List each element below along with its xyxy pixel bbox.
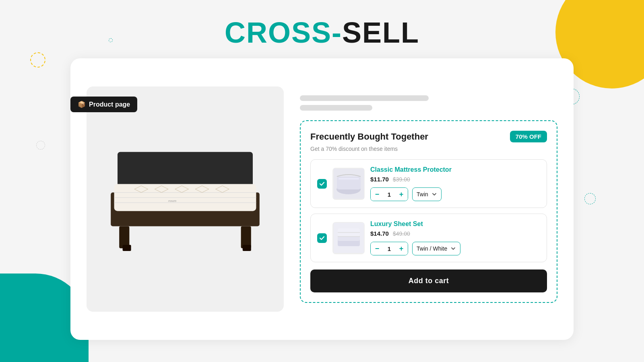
item-1-image	[332, 168, 365, 200]
item-2-qty-control: − 1 +	[370, 242, 408, 255]
item-1-name: Classic Mattress Protector	[370, 166, 540, 173]
item-1-variant-select[interactable]: Twin	[412, 187, 442, 201]
svg-rect-14	[339, 178, 359, 179]
svg-rect-9	[243, 245, 251, 251]
product-item-1: Classic Mattress Protector $11.70 $39.00…	[310, 159, 547, 208]
item-2-qty-value: 1	[384, 245, 395, 252]
dot-circle-top-left	[30, 52, 45, 68]
add-to-cart-button[interactable]: Add to cart	[310, 269, 547, 292]
main-card: rosen Frecuently Bought Together 70% OFF…	[70, 58, 574, 340]
item-2-checkbox[interactable]	[317, 233, 327, 243]
widget-subtitle: Get a 70% discount on these items	[310, 146, 547, 152]
skeleton-bar-1	[300, 95, 429, 101]
bed-illustration: rosen	[101, 145, 270, 253]
item-2-pricing: $14.70 $49.00	[370, 230, 540, 237]
sheet-set-svg	[334, 223, 364, 253]
item-1-price-new: $11.70	[370, 176, 389, 183]
checkmark-icon-2	[319, 235, 325, 241]
item-2-image	[332, 222, 365, 254]
skeleton-bar-2	[300, 105, 372, 111]
mattress-protector-svg	[334, 169, 364, 199]
item-1-qty-control: − 1 +	[370, 187, 408, 201]
item-1-details: Classic Mattress Protector $11.70 $39.00…	[370, 166, 540, 201]
skeleton-bars	[300, 95, 557, 111]
item-1-price-old: $39.00	[393, 176, 410, 183]
item-1-checkbox[interactable]	[317, 179, 327, 189]
item-2-variant-label: Twin / White	[417, 245, 447, 252]
item-2-variant-select[interactable]: Twin / White	[412, 242, 460, 255]
widget-header: Frecuently Bought Together 70% OFF	[310, 131, 547, 142]
item-2-qty-decrease[interactable]: −	[371, 242, 384, 255]
item-2-qty-increase[interactable]: +	[395, 242, 408, 255]
item-1-qty-value: 1	[384, 191, 395, 198]
item-1-qty-decrease[interactable]: −	[371, 188, 384, 201]
discount-badge: 70% OFF	[510, 131, 547, 142]
box-icon: 📦	[78, 101, 86, 108]
item-2-name: Luxury Sheet Set	[370, 220, 540, 228]
checkmark-icon-1	[319, 181, 325, 187]
product-image-panel: rosen	[87, 86, 284, 312]
page-title-teal: CROSS-	[225, 16, 342, 49]
item-2-price-old: $49.00	[393, 230, 410, 237]
chevron-down-icon-1	[431, 191, 437, 197]
product-page-label-text: Product page	[89, 101, 130, 108]
dot-circle-sm-left	[36, 141, 45, 150]
product-page-label: 📦 Product page	[70, 97, 137, 112]
dot-circle-right-low	[584, 193, 596, 204]
item-2-controls: − 1 + Twin / White	[370, 242, 540, 255]
item-1-pricing: $11.70 $39.00	[370, 176, 540, 183]
product-item-2: Luxury Sheet Set $14.70 $49.00 − 1 + Twi…	[310, 214, 547, 262]
right-panel: Frecuently Bought Together 70% OFF Get a…	[284, 95, 557, 303]
chevron-down-icon-2	[450, 246, 456, 251]
svg-text:rosen: rosen	[168, 199, 177, 203]
page-title: CROSS-SELL	[0, 0, 644, 49]
svg-rect-8	[123, 245, 131, 251]
item-1-qty-increase[interactable]: +	[395, 188, 408, 201]
item-1-controls: − 1 + Twin	[370, 187, 540, 201]
item-2-details: Luxury Sheet Set $14.70 $49.00 − 1 + Twi…	[370, 220, 540, 255]
item-2-price-new: $14.70	[370, 230, 389, 237]
item-1-variant-label: Twin	[417, 191, 428, 197]
page-title-dark: SELL	[342, 16, 419, 49]
crosssell-widget: Frecuently Bought Together 70% OFF Get a…	[300, 120, 557, 303]
widget-title: Frecuently Bought Together	[310, 132, 428, 142]
